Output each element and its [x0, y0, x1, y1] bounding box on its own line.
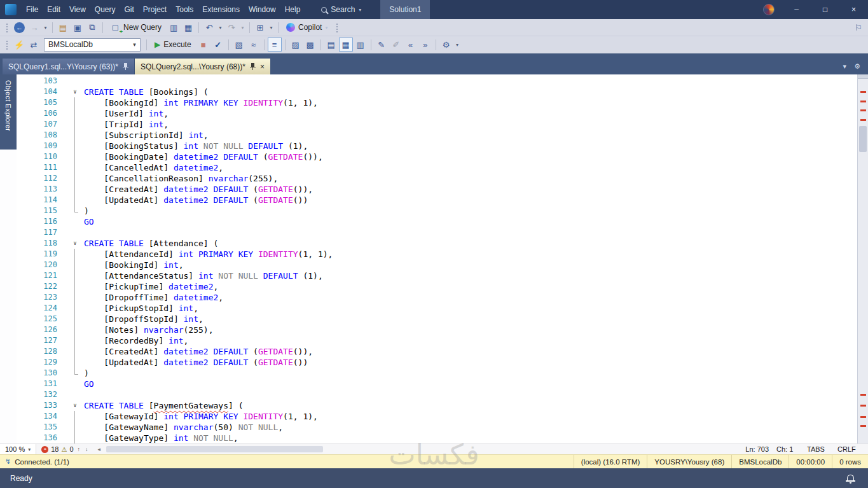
redo-icon[interactable]: ↷	[224, 20, 238, 34]
results-to-file-icon[interactable]: ▥	[354, 38, 368, 52]
code-line[interactable]: 134 [GatewayId] int PRIMARY KEY IDENTITY…	[17, 411, 857, 422]
menu-item-query[interactable]: Query	[90, 0, 120, 19]
toolbar-grip[interactable]	[335, 22, 339, 32]
breakpoint-margin[interactable]	[17, 368, 36, 379]
close-icon[interactable]: ×	[260, 63, 265, 71]
increase-indent-icon[interactable]: »	[418, 38, 432, 52]
code-line[interactable]: 110 [BookingDate] datetime2 DEFAULT (GET…	[17, 151, 857, 162]
include-actual-plan-icon[interactable]: ▨	[289, 38, 303, 52]
user-avatar[interactable]	[763, 4, 775, 15]
breakpoint-margin[interactable]	[17, 260, 36, 270]
breakpoint-margin[interactable]	[17, 97, 36, 108]
breakpoint-margin[interactable]	[17, 119, 36, 130]
code-line[interactable]: 131GO	[17, 379, 857, 389]
chevron-down-icon[interactable]: ▾	[359, 7, 361, 13]
pin-icon[interactable]	[123, 63, 128, 70]
execute-button[interactable]: ▶ Execute	[150, 38, 196, 52]
intellisense-enabled-icon[interactable]: ≡	[268, 38, 282, 52]
breakpoint-margin[interactable]	[17, 173, 36, 184]
code-line[interactable]: 109 [BookingStatus] int NOT NULL DEFAULT…	[17, 141, 857, 151]
pin-icon[interactable]	[250, 63, 256, 70]
document-tab[interactable]: SQLQuery1.sql...Y\Yousry (63))*	[3, 59, 135, 74]
parse-icon[interactable]: ✓	[211, 38, 225, 52]
include-client-statistics-icon[interactable]: ▩	[303, 38, 317, 52]
breakpoint-margin[interactable]	[17, 324, 36, 335]
code-line[interactable]: 108 [SubscriptionId] int,	[17, 130, 857, 141]
tabs-mode-indicator[interactable]: TABS	[803, 445, 834, 453]
breakpoint-margin[interactable]	[17, 389, 36, 400]
breakpoint-margin[interactable]	[17, 335, 36, 346]
code-line[interactable]: 113 [CreatedAt] datetime2 DEFAULT (GETDA…	[17, 184, 857, 195]
undo-dropdown-icon[interactable]: ▾	[217, 20, 224, 34]
live-query-statistics-icon[interactable]: ≈	[247, 38, 261, 52]
breakpoint-margin[interactable]	[17, 206, 36, 216]
results-to-grid-icon[interactable]: ▦	[339, 38, 353, 52]
editor-vscrollbar[interactable]	[857, 74, 868, 443]
navigation-history-dropdown-icon[interactable]: ▾	[42, 20, 49, 34]
maximize-button[interactable]: □	[811, 0, 839, 19]
breakpoint-margin[interactable]	[17, 216, 36, 227]
code-line[interactable]: 111 [CancelledAt] datetime2,	[17, 162, 857, 173]
document-tab[interactable]: SQLQuery2.sql...\Yousry (68))*×	[135, 59, 270, 74]
estimated-plan-icon[interactable]: ▧	[232, 38, 246, 52]
prev-issue-icon[interactable]: ↑	[76, 446, 82, 452]
code-line[interactable]: 132	[17, 389, 857, 400]
menu-item-window[interactable]: Window	[244, 0, 280, 19]
connect-icon[interactable]: ⚡	[12, 38, 26, 52]
code-line[interactable]: 117	[17, 227, 857, 238]
breakpoint-margin[interactable]	[17, 314, 36, 324]
splitter-handle[interactable]	[858, 74, 868, 79]
next-issue-icon[interactable]: ↓	[84, 446, 90, 452]
breakpoint-margin[interactable]	[17, 379, 36, 389]
query-designer-icon[interactable]: ⊞	[253, 20, 267, 34]
editor-hscrollbar[interactable]	[104, 444, 741, 454]
error-summary[interactable]: × 18 ⚠ 0 ↑ ↓	[36, 445, 94, 453]
close-button[interactable]: ×	[839, 0, 868, 19]
menu-item-project[interactable]: Project	[139, 0, 171, 19]
breakpoint-margin[interactable]	[17, 281, 36, 292]
code-line[interactable]: 126 [Notes] nvarchar(255),	[17, 324, 857, 335]
toolbar-grip[interactable]	[5, 22, 9, 32]
fold-collapse-icon[interactable]: ∨	[70, 238, 80, 249]
code-line[interactable]: 118∨CREATE TABLE [Attendance] (	[17, 238, 857, 249]
navigate-forward-icon[interactable]: →	[27, 20, 41, 34]
toolbar-overflow-icon[interactable]: ▾	[454, 38, 461, 52]
menu-item-tools[interactable]: Tools	[171, 0, 198, 19]
menu-item-extensions[interactable]: Extensions	[198, 0, 244, 19]
code-line[interactable]: 107 [TripId] int,	[17, 119, 857, 130]
breakpoint-margin[interactable]	[17, 346, 36, 357]
copilot-button[interactable]: Copilot ▾	[282, 20, 332, 34]
solution-badge[interactable]: Solution1	[380, 0, 430, 19]
breakpoint-margin[interactable]	[17, 433, 36, 443]
menu-item-view[interactable]: View	[65, 0, 90, 19]
object-explorer-tab[interactable]: Object Explorer	[0, 74, 17, 150]
toolbar-grip[interactable]	[5, 39, 9, 50]
database-selector[interactable]: BMSLocalDb ▾	[44, 38, 141, 52]
menu-item-help[interactable]: Help	[280, 0, 305, 19]
fold-collapse-icon[interactable]: ∨	[70, 87, 80, 97]
menu-item-file[interactable]: File	[22, 0, 43, 19]
menu-item-edit[interactable]: Edit	[43, 0, 65, 19]
open-query-icon[interactable]: ▦	[181, 20, 195, 34]
breakpoint-margin[interactable]	[17, 422, 36, 433]
uncomment-icon[interactable]: ✐	[389, 38, 403, 52]
eol-indicator[interactable]: CRLF	[834, 445, 864, 453]
chevron-down-icon[interactable]: ▾	[129, 41, 140, 48]
notifications-bell-icon[interactable]	[846, 474, 855, 483]
breakpoint-margin[interactable]	[17, 162, 36, 173]
code-line[interactable]: 128 [CreatedAt] datetime2 DEFAULT (GETDA…	[17, 346, 857, 357]
designer-dropdown-icon[interactable]: ▾	[268, 20, 275, 34]
change-connection-icon[interactable]: ⇄	[27, 38, 41, 52]
feedback-icon[interactable]: ⚐	[851, 20, 865, 34]
code-line[interactable]: 125 [DropoffStopId] int,	[17, 314, 857, 324]
code-line[interactable]: 106 [UserId] int,	[17, 108, 857, 119]
comment-icon[interactable]: ✎	[375, 38, 389, 52]
save-icon[interactable]: ▣	[71, 20, 85, 34]
save-all-icon[interactable]: ⧉	[85, 20, 99, 34]
results-to-text-icon[interactable]: ▤	[324, 38, 338, 52]
breakpoint-margin[interactable]	[17, 195, 36, 206]
code-line[interactable]: 124 [PickupStopId] int,	[17, 303, 857, 314]
template-parameters-icon[interactable]: ⚙	[439, 38, 453, 52]
code-line[interactable]: 116GO	[17, 216, 857, 227]
breakpoint-margin[interactable]	[17, 411, 36, 422]
